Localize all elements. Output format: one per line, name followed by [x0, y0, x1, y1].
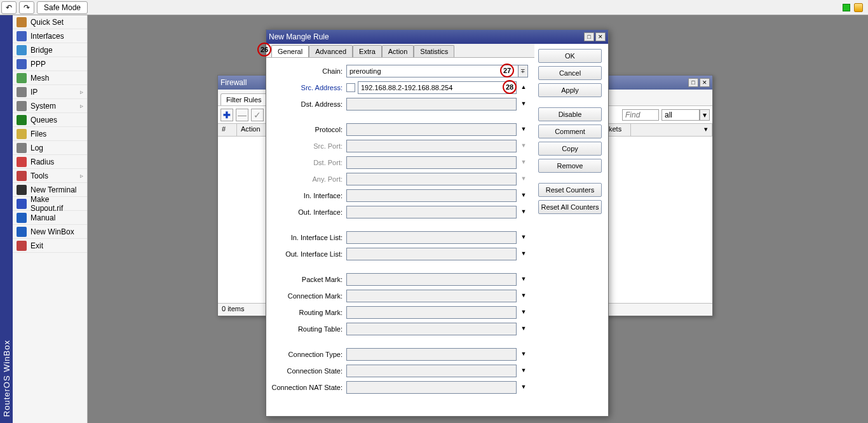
mangle-tab-advanced[interactable]: Advanced	[309, 45, 353, 57]
expand-icon[interactable]: ▼	[519, 98, 528, 111]
chain-input[interactable]	[346, 65, 519, 77]
menu-label: PPP	[31, 60, 46, 69]
mangle-form-pane: 26 GeneralAdvancedExtraActionStatistics …	[266, 44, 534, 416]
menu-item-mesh[interactable]: Mesh	[13, 71, 87, 85]
safe-mode-button[interactable]: Safe Mode	[37, 1, 88, 14]
expand-icon[interactable]: ▼	[519, 323, 528, 335]
conn-nat-state-label: Connection NAT State:	[268, 384, 346, 391]
menu-item-bridge[interactable]: Bridge	[13, 43, 87, 57]
reset-counters-button[interactable]: Reset Counters	[538, 183, 602, 197]
menu-item-files[interactable]: Files	[13, 127, 87, 141]
redo-button[interactable]: ↷	[19, 1, 34, 14]
src-address-input[interactable]	[358, 81, 517, 94]
expand-icon[interactable]: ▼	[519, 306, 528, 319]
remove-button[interactable]: Remove	[538, 159, 602, 173]
conn-type-input[interactable]	[346, 348, 517, 361]
mangle-tab-extra[interactable]: Extra	[353, 45, 382, 57]
src-address-label: Src. Address:	[268, 84, 346, 91]
undo-button[interactable]: ↶	[1, 1, 17, 14]
apply-button[interactable]: Apply	[538, 83, 602, 97]
conn-nat-state-input[interactable]	[346, 381, 517, 394]
chain-dropdown-icon[interactable]: ∓	[518, 65, 528, 77]
minimize-button[interactable]: □	[688, 78, 698, 87]
protocol-label: Protocol:	[268, 126, 346, 133]
mangle-button-column: OKCancelApplyDisableCommentCopyRemoveRes…	[534, 44, 608, 416]
mangle-titlebar[interactable]: New Mangle Rule □ ✕	[266, 30, 608, 44]
status-connected-icon	[843, 4, 850, 11]
menu-icon	[17, 157, 27, 167]
status-lock-icon	[854, 3, 863, 12]
menu-item-manual[interactable]: Manual	[13, 211, 87, 225]
reset-all-counters-button[interactable]: Reset All Counters	[538, 200, 602, 214]
menu-item-queues[interactable]: Queues	[13, 113, 87, 127]
menu-item-quick-set[interactable]: Quick Set	[13, 15, 87, 29]
conn-state-input[interactable]	[346, 365, 517, 377]
expand-icon[interactable]: ▼	[519, 231, 528, 244]
firewall-tab-filter-rules[interactable]: Filter Rules	[220, 93, 268, 105]
expand-icon[interactable]: ▼	[519, 123, 528, 136]
menu-icon	[17, 171, 27, 181]
connection-mark-input[interactable]	[346, 290, 517, 302]
expand-icon[interactable]: ▼	[519, 365, 528, 377]
in-iface-list-input[interactable]	[346, 231, 517, 244]
expand-icon[interactable]: ▼	[519, 189, 528, 202]
routing-mark-input[interactable]	[346, 306, 517, 319]
menu-item-ppp[interactable]: PPP	[13, 57, 87, 71]
columns-menu-icon[interactable]: ▾	[631, 124, 712, 136]
expand-icon[interactable]: ▼	[519, 290, 528, 302]
ok-button[interactable]: OK	[538, 49, 602, 63]
expand-icon[interactable]: ▼	[519, 206, 528, 218]
disable-button[interactable]: Disable	[538, 107, 602, 121]
menu-label: Exit	[31, 241, 43, 250]
menu-label: New Terminal	[31, 185, 76, 194]
menu-item-exit[interactable]: Exit	[13, 239, 87, 253]
mangle-dialog: New Mangle Rule □ ✕ 26 GeneralAdvancedEx…	[266, 29, 609, 417]
menu-label: Log	[31, 144, 43, 152]
find-input[interactable]	[622, 109, 659, 121]
in-interface-input[interactable]	[346, 189, 517, 202]
routing-table-input[interactable]	[346, 323, 517, 335]
filter-scope-dropdown-icon[interactable]: ▾	[700, 109, 710, 121]
menu-item-log[interactable]: Log	[13, 141, 87, 155]
packet-mark-input[interactable]	[346, 273, 517, 286]
menu-item-radius[interactable]: Radius	[13, 155, 87, 169]
comment-button[interactable]: Comment	[538, 124, 602, 138]
any-port-label: Any. Port:	[268, 175, 346, 183]
src-address-not-checkbox[interactable]	[346, 83, 355, 92]
protocol-input[interactable]	[346, 123, 517, 136]
menu-item-ip[interactable]: IP▹	[13, 85, 87, 99]
add-button[interactable]: ✚	[220, 109, 233, 121]
left-menu: Quick SetInterfacesBridgePPPMeshIP▹Syste…	[13, 15, 88, 423]
packet-mark-label: Packet Mark:	[268, 276, 346, 283]
expand-icon[interactable]: ▼	[519, 248, 528, 260]
remove-button[interactable]: —	[236, 109, 248, 121]
enable-button[interactable]: ✓	[251, 109, 264, 121]
dst-port-label: Dst. Port:	[268, 159, 346, 166]
column-header[interactable]: #	[218, 124, 237, 136]
close-button[interactable]: ✕	[595, 32, 606, 41]
dst-address-label: Dst. Address:	[268, 100, 346, 108]
cancel-button[interactable]: Cancel	[538, 66, 602, 80]
menu-item-make-supout-rif[interactable]: Make Supout.rif	[13, 197, 87, 211]
mangle-tab-general[interactable]: General	[271, 45, 309, 57]
expand-icon[interactable]: ▼	[519, 348, 528, 361]
mangle-tab-action[interactable]: Action	[382, 45, 414, 57]
expand-icon[interactable]: ▼	[519, 273, 528, 286]
out-interface-input[interactable]	[346, 206, 517, 218]
filter-scope-select[interactable]: all	[661, 109, 700, 121]
menu-item-new-winbox[interactable]: New WinBox	[13, 225, 87, 239]
out-iface-list-input[interactable]	[346, 248, 517, 260]
expand-icon[interactable]: ▼	[519, 381, 528, 394]
menu-item-interfaces[interactable]: Interfaces	[13, 29, 87, 43]
menu-label: System	[31, 102, 56, 111]
menu-item-tools[interactable]: Tools▹	[13, 169, 87, 183]
dst-address-input[interactable]	[346, 98, 517, 111]
menu-item-system[interactable]: System▹	[13, 99, 87, 113]
mangle-tab-statistics[interactable]: Statistics	[414, 45, 454, 57]
menu-label: Mesh	[31, 74, 49, 83]
minimize-button[interactable]: □	[584, 32, 594, 41]
src-address-toggle-icon[interactable]: ▲	[519, 81, 528, 94]
top-toolbar: ↶ ↷ Safe Mode	[0, 0, 868, 15]
copy-button[interactable]: Copy	[538, 142, 602, 156]
close-button[interactable]: ✕	[700, 78, 710, 87]
